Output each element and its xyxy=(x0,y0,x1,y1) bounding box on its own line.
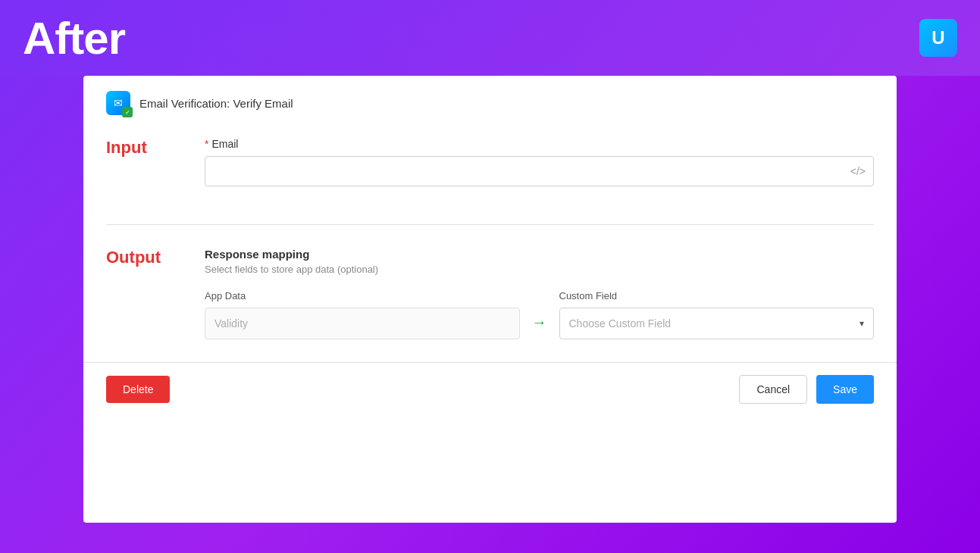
chevron-down-icon: ▾ xyxy=(859,318,864,329)
output-label: Output xyxy=(106,248,161,267)
delete-button[interactable]: Delete xyxy=(106,376,170,403)
header: After U xyxy=(0,0,980,76)
save-button[interactable]: Save xyxy=(816,375,874,404)
mapping-row: App Data Validity → Custom Field Choose … xyxy=(205,290,874,339)
output-section-area: Output Response mapping Select fields to… xyxy=(83,240,897,362)
custom-field-select[interactable]: Choose Custom Field ▾ xyxy=(559,308,875,339)
code-icon[interactable]: </> xyxy=(850,165,866,177)
input-section-area: Input * Email </> xyxy=(83,130,897,209)
app-data-value: Validity xyxy=(205,308,520,339)
input-label: Input xyxy=(106,138,147,157)
email-field-label: * Email xyxy=(205,138,874,150)
page-title: After xyxy=(23,12,125,64)
custom-field-column: Custom Field Choose Custom Field ▾ xyxy=(559,290,875,339)
section-divider xyxy=(106,224,874,225)
cancel-button[interactable]: Cancel xyxy=(739,375,807,404)
response-mapping-title: Response mapping xyxy=(205,248,874,261)
mapping-arrow-icon: → xyxy=(532,314,547,331)
main-panel: ✓ Email Verification: Verify Email Input… xyxy=(83,76,897,523)
response-mapping-subtitle: Select fields to store app data (optiona… xyxy=(205,264,874,275)
custom-field-header: Custom Field xyxy=(559,290,875,301)
email-input[interactable] xyxy=(213,165,850,177)
custom-field-placeholder: Choose Custom Field xyxy=(569,317,672,330)
panel-header: ✓ Email Verification: Verify Email xyxy=(83,76,897,130)
input-content: * Email </> xyxy=(205,130,874,186)
email-input-wrapper[interactable]: </> xyxy=(205,156,874,186)
panel-title: Email Verification: Verify Email xyxy=(139,97,293,110)
input-label-container: Input xyxy=(106,130,174,186)
app-data-column: App Data Validity xyxy=(205,290,520,339)
email-label-text: Email xyxy=(211,138,238,150)
email-verification-icon: ✓ xyxy=(106,91,130,115)
panel-footer: Delete Cancel Save xyxy=(83,362,897,416)
shield-icon: ✓ xyxy=(122,107,133,117)
user-avatar[interactable]: U xyxy=(919,19,957,57)
required-star: * xyxy=(205,138,208,150)
output-content: Response mapping Select fields to store … xyxy=(205,240,874,339)
app-data-header: App Data xyxy=(205,290,520,301)
footer-actions: Cancel Save xyxy=(739,375,874,404)
output-label-container: Output xyxy=(106,240,174,339)
